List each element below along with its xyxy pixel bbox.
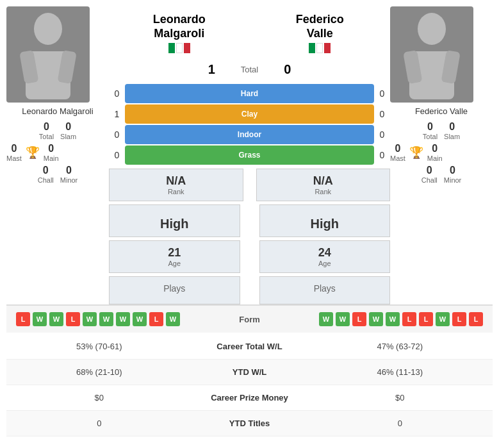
career-stats-table: 53% (70-61) Career Total W/L 47% (63-72)… [6,334,493,436]
right-trophy-icon: 🏆 [409,145,423,160]
right-mast-stat: 0 Mast [390,143,405,162]
total-label: Total [241,65,258,74]
left-trophy-icon: 🏆 [26,145,40,160]
surface-right-scores: 0 0 0 0 [374,83,390,165]
right-high-panel: High [259,204,391,237]
left-age-panel: 21 Age [109,240,240,273]
right-age-panel: 24 Age [259,240,391,273]
form-left: LWWLWWWWLW [16,312,221,326]
left-main-stat: 0 Main [44,143,59,162]
players-row: Leonardo Malgaroli 0 Total 0 Slam 0 Mast… [6,6,493,304]
surface-buttons: Hard Clay Indoor Grass [125,84,374,165]
left-total-stat: 0 Total [39,121,54,140]
indoor-left-score: 0 [109,124,125,145]
form-badge-left: W [116,312,130,326]
high-row: High High [109,204,390,237]
career-stat-left: 68% (21-10) [6,367,192,377]
career-stat-row: 53% (70-61) Career Total W/L 47% (63-72) [6,334,493,360]
form-badge-left: W [33,312,47,326]
left-plays-value: Plays [115,282,234,299]
form-badge-right: W [386,312,400,326]
right-stats-row3: 0 Chall 0 Minor [390,165,493,184]
left-age-value: 21 [115,246,234,260]
career-stat-label: YTD W/L [192,362,307,382]
left-stats-row3: 0 Chall 0 Minor [6,165,109,184]
score-total-row: 1 Total 0 [109,62,390,77]
right-high-value: High [265,210,385,231]
left-rank-value: N/A [115,174,238,188]
right-slam-stat: 0 Slam [444,121,460,140]
left-stats-row1: 0 Total 0 Slam [6,121,109,140]
right-rank-panel: N/A Rank [256,169,391,201]
form-badge-left: L [16,312,30,326]
clay-left-score: 1 [109,104,125,124]
right-total-stat: 0 Total [423,121,438,140]
hard-button[interactable]: Hard [125,84,374,103]
grass-button[interactable]: Grass [125,145,374,165]
form-badge-left: W [133,312,147,326]
form-badge-right: L [419,312,433,326]
right-player-card: Federico Valle 0 Total 0 Slam 0 Mast 🏆 [390,6,493,187]
main-container: Leonardo Malgaroli 0 Total 0 Slam 0 Mast… [0,0,499,443]
form-badge-left: L [66,312,80,326]
indoor-button[interactable]: Indoor [125,125,374,144]
left-trophy-row: 0 Mast 🏆 0 Main [6,143,109,162]
career-stat-left: 0 [6,419,192,428]
left-mast-stat: 0 Mast [6,143,22,162]
left-high-panel: High [109,204,240,237]
grass-left-score: 0 [109,145,125,165]
left-minor-stat: 0 Minor [60,165,78,184]
career-stat-row: 68% (21-10) YTD W/L 46% (11-13) [6,360,493,385]
clay-right-score: 0 [374,104,390,124]
form-badge-left: W [99,312,113,326]
right-plays-value: Plays [265,282,385,299]
career-stat-row: $0 Career Prize Money $0 [6,385,493,411]
form-badge-right: W [436,312,450,326]
form-badge-right: W [369,312,383,326]
left-plays-panel: Plays [109,276,240,304]
career-stat-left: 53% (70-61) [6,342,192,351]
right-flag [309,43,331,53]
svg-point-4 [418,13,446,45]
form-badge-right: L [452,312,466,326]
right-trophy-row: 0 Mast 🏆 0 Main [390,143,493,162]
grass-right-score: 0 [374,145,390,165]
center-top-names: LeonardoMalgaroli FedericoValle [109,6,390,59]
left-chall-stat: 0 Chall [38,165,54,184]
right-age-value: 24 [265,246,385,260]
form-badge-right: L [469,312,483,326]
total-score-right: 0 [284,62,291,77]
career-stat-right: 0 [307,419,493,428]
right-plays-panel: Plays [259,276,391,304]
center-stats-panels: N/A Rank N/A Rank [109,169,390,201]
indoor-right-score: 0 [374,124,390,145]
career-stat-label: Career Prize Money [192,388,307,408]
form-badge-right: L [352,312,366,326]
svg-point-0 [34,13,62,45]
left-high-value: High [115,210,234,231]
age-row: 21 Age 24 Age [109,240,390,273]
form-section: LWWLWWWWLW Form WWLWWLLWLL [6,304,493,333]
career-stat-label: YTD Titles [192,413,307,433]
left-player-card: Leonardo Malgaroli 0 Total 0 Slam 0 Mast… [6,6,109,187]
left-head-name: LeonardoMalgaroli [109,13,250,40]
form-badge-left: W [49,312,63,326]
right-rank-value: N/A [262,174,385,188]
clay-button[interactable]: Clay [125,104,374,124]
surfaces-area: 0 1 0 0 Hard Clay Indoor Grass 0 0 0 0 [109,83,390,165]
right-player-avatar [390,6,473,103]
left-player-name: Leonardo Malgaroli [6,106,109,116]
right-head-name: FedericoValle [250,13,391,40]
hard-left-score: 0 [109,83,125,104]
right-minor-stat: 0 Minor [444,165,462,184]
career-stat-left: $0 [6,393,192,402]
center-content: LeonardoMalgaroli FedericoValle [109,6,390,304]
form-badge-left: L [149,312,163,326]
left-player-avatar [6,6,90,103]
left-rank-panel: N/A Rank [109,169,243,201]
left-flag [168,43,190,53]
left-slam-stat: 0 Slam [60,121,76,140]
right-player-name: Federico Valle [390,106,493,116]
career-stat-label: Career Total W/L [192,336,307,356]
surface-left-scores: 0 1 0 0 [109,83,125,165]
